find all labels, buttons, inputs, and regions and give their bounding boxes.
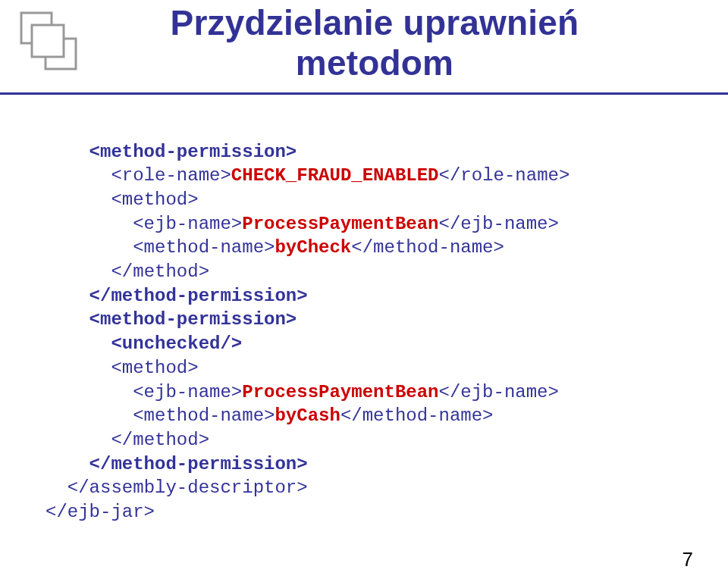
slide-header: Przydzielanie uprawnień metodom [0, 0, 728, 95]
svg-rect-2 [32, 25, 64, 57]
slide: Przydzielanie uprawnień metodom <method-… [0, 0, 728, 579]
title-line-1: Przydzielanie uprawnień [89, 3, 660, 43]
code-block: <method-permission> <role-name>CHECK_FRA… [46, 140, 728, 524]
title-line-2: metodom [89, 43, 660, 83]
code-line: <method> [46, 356, 728, 380]
code-line: </method-permission> [46, 284, 728, 308]
code-line: <method> [46, 188, 728, 212]
code-line: <ejb-name>ProcessPaymentBean</ejb-name> [46, 380, 728, 405]
code-line: <unchecked/> [46, 332, 728, 356]
squares-icon [15, 8, 82, 78]
page-number: 7 [682, 548, 693, 571]
code-line: <method-name>byCash</method-name> [46, 404, 728, 428]
code-line: <method-permission> [46, 308, 728, 332]
code-line: </method> [46, 260, 728, 284]
code-line: <method-name>byCheck</method-name> [46, 236, 728, 260]
code-line: </method-permission> [46, 452, 728, 477]
code-line: <method-permission> [46, 140, 728, 164]
title-block: Przydzielanie uprawnień metodom [89, 3, 728, 83]
code-line: <ejb-name>ProcessPaymentBean</ejb-name> [46, 212, 728, 236]
code-line: </ejb-jar> [46, 500, 728, 524]
code-line: <role-name>CHECK_FRAUD_ENABLED</role-nam… [46, 164, 728, 188]
code-line: </assembly-descriptor> [46, 476, 728, 500]
code-line: </method> [46, 428, 728, 452]
